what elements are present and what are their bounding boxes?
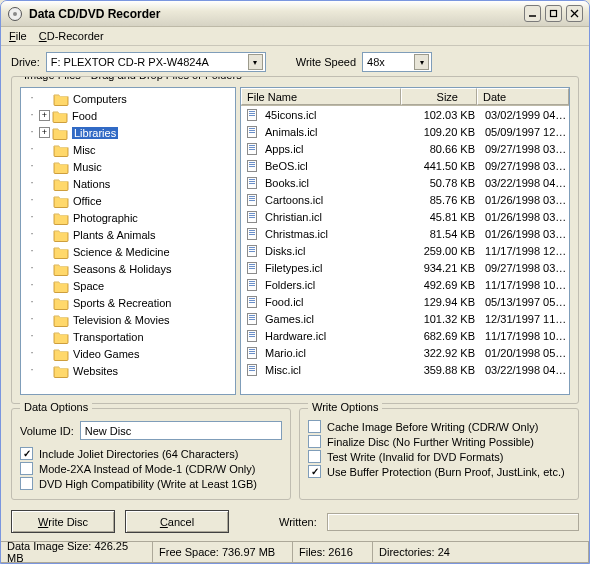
file-list[interactable]: File Name Size Date 45icons.icl102.03 KB… [240,87,570,395]
svg-rect-64 [249,351,255,352]
close-button[interactable] [566,5,583,22]
window-title: Data CD/DVD Recorder [29,7,520,21]
svg-rect-20 [249,164,255,165]
menu-bar: File CD-Recorder [1,27,589,46]
tree-item[interactable]: ·Misc [21,141,235,158]
list-item[interactable]: Apps.icl80.66 KB09/27/1998 03:06:42 PM [241,140,569,157]
svg-rect-40 [249,249,255,250]
svg-rect-51 [249,298,255,299]
column-date[interactable]: Date [477,88,569,105]
tree-item[interactable]: ·Office [21,192,235,209]
svg-rect-69 [249,370,255,371]
cache-checkbox[interactable] [308,420,321,433]
folder-icon [52,126,68,140]
list-item[interactable]: Christian.icl45.81 KB01/26/1998 03:45:42… [241,208,569,225]
tree-spacer [39,91,53,107]
svg-rect-48 [249,283,255,284]
tree-item[interactable]: ·Science & Medicine [21,243,235,260]
svg-rect-41 [249,251,255,252]
svg-rect-65 [249,353,255,354]
file-name: Mario.icl [265,347,405,359]
list-item[interactable]: Mario.icl322.92 KB01/20/1998 05:31:42 PM [241,344,569,361]
svg-rect-37 [249,234,255,235]
tree-item[interactable]: ·Seasons & Holidays [21,260,235,277]
menu-file[interactable]: File [9,30,27,42]
buffer-checkbox[interactable]: ✓ [308,465,321,478]
mode2xa-checkbox[interactable] [20,462,33,475]
tree-line: · [25,312,39,328]
drive-value: F: PLEXTOR CD-R PX-W4824A [51,56,244,68]
folder-icon [53,347,69,361]
tree-label: Photographic [73,212,138,224]
tree-line: · [25,142,39,158]
dvdhc-checkbox[interactable] [20,477,33,490]
file-size: 85.76 KB [405,194,481,206]
tree-spacer [39,295,53,311]
svg-rect-43 [249,264,255,265]
list-item[interactable]: Food.icl129.94 KB05/13/1997 05:10:24 PM [241,293,569,310]
tree-item[interactable]: ·Sports & Recreation [21,294,235,311]
tree-label: Plants & Animals [73,229,156,241]
list-item[interactable]: Christmas.icl81.54 KB01/26/1998 03:43:40… [241,225,569,242]
joliet-checkbox[interactable]: ✓ [20,447,33,460]
tree-item[interactable]: ·+Libraries [21,124,235,141]
write-options-group: Write Options Cache Image Before Writing… [299,408,579,500]
svg-rect-15 [249,145,255,146]
svg-rect-47 [249,281,255,282]
tree-item[interactable]: ·Video Games [21,345,235,362]
tree-item[interactable]: ·Nations [21,175,235,192]
tree-item[interactable]: ·+Food [21,107,235,124]
column-size[interactable]: Size [401,88,477,105]
drive-combo[interactable]: F: PLEXTOR CD-R PX-W4824A ▾ [46,52,266,72]
list-item[interactable]: Books.icl50.78 KB03/22/1998 04:35:28 PM [241,174,569,191]
folder-icon [53,364,69,378]
folder-icon [53,296,69,310]
list-item[interactable]: 45icons.icl102.03 KB03/02/1999 04:04:06 … [241,106,569,123]
list-item[interactable]: Folders.icl492.69 KB11/17/1998 10:32:52 … [241,276,569,293]
list-item[interactable]: Animals.icl109.20 KB05/09/1997 12:01:50 … [241,123,569,140]
file-name: Folders.icl [265,279,405,291]
tree-spacer [39,227,53,243]
file-name: Filetypes.icl [265,262,405,274]
list-item[interactable]: BeOS.icl441.50 KB09/27/1998 03:03:38 PM [241,157,569,174]
tree-item[interactable]: ·Websites [21,362,235,379]
tree-item[interactable]: ·Computers [21,90,235,107]
testwrite-checkbox[interactable] [308,450,321,463]
svg-rect-9 [249,115,255,116]
file-name: 45icons.icl [265,109,405,121]
tree-line: · [25,329,39,345]
file-icon [245,295,261,309]
volume-id-input[interactable] [80,421,282,440]
write-speed-value: 48x [367,56,410,68]
list-item[interactable]: Games.icl101.32 KB12/31/1997 11:37:26 AM [241,310,569,327]
menu-cd-recorder[interactable]: CD-Recorder [39,30,104,42]
column-file-name[interactable]: File Name [241,88,401,105]
finalize-checkbox[interactable] [308,435,321,448]
minimize-button[interactable] [524,5,541,22]
list-item[interactable]: Misc.icl359.88 KB03/22/1998 04:26:28 PM [241,361,569,378]
list-item[interactable]: Hardware.icl682.69 KB11/17/1998 10:33:32… [241,327,569,344]
svg-rect-29 [249,200,255,201]
tree-item[interactable]: ·Space [21,277,235,294]
write-speed-combo[interactable]: 48x ▾ [362,52,432,72]
list-item[interactable]: Filetypes.icl934.21 KB09/27/1998 03:28:2… [241,259,569,276]
tree-item[interactable]: ·Music [21,158,235,175]
tree-spacer [39,159,53,175]
tree-line: · [25,244,39,260]
folder-tree[interactable]: ·Computers·+Food·+Libraries·Misc·Music·N… [20,87,236,395]
write-disc-button[interactable]: Write Disc [11,510,115,533]
list-item[interactable]: Cartoons.icl85.76 KB01/26/1998 03:05:34 … [241,191,569,208]
tree-item[interactable]: ·Transportation [21,328,235,345]
cache-label: Cache Image Before Writing (CDR/W Only) [327,421,538,433]
cancel-button[interactable]: Cancel [125,510,229,533]
tree-item[interactable]: ·Plants & Animals [21,226,235,243]
expander-icon[interactable]: + [39,127,50,138]
expander-icon[interactable]: + [39,110,50,121]
tree-line: · [25,91,39,107]
maximize-button[interactable] [545,5,562,22]
tree-item[interactable]: ·Photographic [21,209,235,226]
list-item[interactable]: Disks.icl259.00 KB11/17/1998 12:05:02 PM [241,242,569,259]
tree-line: · [25,295,39,311]
tree-item[interactable]: ·Television & Movies [21,311,235,328]
tree-spacer [39,261,53,277]
